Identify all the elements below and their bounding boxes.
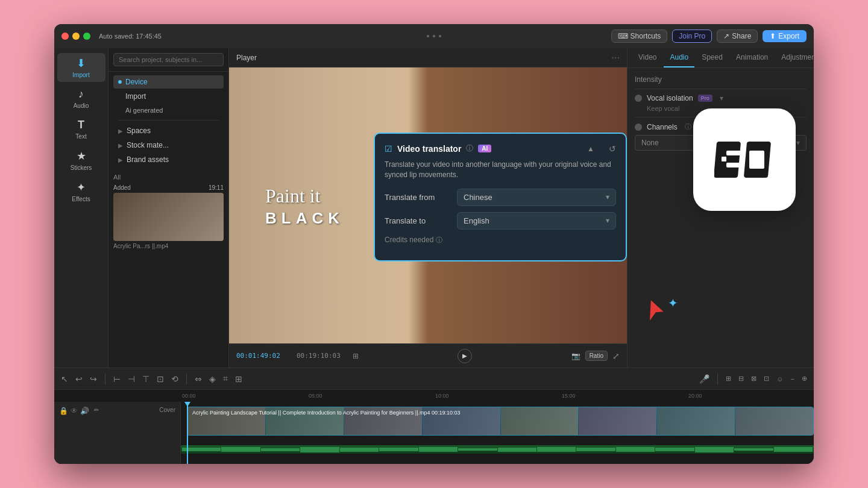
channels-check[interactable] (635, 124, 642, 131)
nav-item-spaces[interactable]: ▶ Spaces (113, 124, 224, 137)
vt-reset-button[interactable]: ↺ (609, 144, 616, 154)
sparkle-icon: ✦ (668, 296, 678, 310)
video-track-bar[interactable]: Acrylic Painting Landscape Tutorial || C… (187, 407, 814, 436)
crop-tool[interactable]: ⊡ (155, 372, 166, 386)
tab-video[interactable]: Video (632, 48, 662, 67)
split-tool[interactable]: ⊢ (112, 372, 122, 386)
nav-item-import[interactable]: Import (113, 90, 224, 103)
wbar (695, 447, 734, 452)
vt-check-icon[interactable]: ☑ (385, 144, 392, 154)
sidebar-item-stickers[interactable]: ★ Stickers (57, 146, 105, 175)
freeze-tool[interactable]: ◈ (207, 372, 218, 386)
ruler-mark-3: 15:00 (561, 393, 687, 399)
sidebar-item-effects[interactable]: ✦ Effects (57, 177, 105, 206)
vt-description: Translate your video into another langua… (385, 160, 616, 180)
minimize-button[interactable] (72, 33, 80, 40)
translate-from-select[interactable]: Chinese ▾ (457, 189, 616, 206)
time-current: 00:01:49:02 (236, 352, 280, 360)
ruler-mark-2: 10:00 (434, 393, 561, 399)
tool3[interactable]: ⊠ (749, 373, 758, 384)
translate-from-value: Chinese (464, 193, 492, 202)
audio-icon: ♪ (78, 88, 84, 101)
play-button[interactable]: ▶ (458, 349, 472, 363)
camera-icon[interactable]: 📷 (571, 352, 580, 360)
nav-item-brand[interactable]: ▶ Brand assets (113, 153, 224, 166)
tool4[interactable]: ⊡ (762, 373, 771, 384)
split-right-tool[interactable]: ⊣ (126, 372, 137, 386)
layout-icon[interactable]: ⊞ (353, 352, 359, 360)
playhead[interactable] (187, 402, 188, 464)
shortcuts-button[interactable]: ⌨ Shortcuts (611, 30, 668, 43)
player-menu-icon[interactable]: ⋯ (611, 53, 620, 63)
device-label: Device (125, 78, 148, 86)
brand-label: Brand assets (127, 155, 169, 164)
track-lock-icon[interactable]: 🔒 (59, 407, 68, 415)
vt-info-icon[interactable]: ⓘ (466, 143, 473, 154)
redo-tool[interactable]: ↪ (88, 372, 99, 386)
svg-marker-6 (646, 300, 665, 323)
section-check[interactable] (635, 95, 642, 102)
wbar (734, 448, 773, 451)
sidebar-item-audio[interactable]: ♪ Audio (57, 84, 105, 113)
translate-to-value: English (464, 216, 489, 225)
undo-tool[interactable]: ↩ (74, 372, 84, 386)
tool1[interactable]: ⊞ (724, 373, 733, 384)
left-sidebar: ⬇ Import ♪ Audio T Text ★ Stickers ✦ Eff… (54, 48, 108, 368)
right-tabs: Video Audio Speed Animation Adjustment » (627, 48, 814, 68)
tab-audio[interactable]: Audio (664, 48, 694, 67)
track-audio-icon[interactable]: 🔊 (80, 407, 89, 415)
track-visibility-icon[interactable]: 👁 (71, 407, 78, 415)
zoom-tool[interactable]: ⊕ (800, 373, 809, 384)
tab-speed[interactable]: Speed (696, 48, 729, 67)
nav-item-device[interactable]: Device (113, 75, 224, 89)
chevron-down-icon: ▾ (606, 193, 609, 201)
nav-item-stock[interactable]: ▶ Stock mate... (113, 139, 224, 152)
channels-info-icon[interactable]: ⓘ (685, 122, 691, 131)
expand-arrow: ▶ (118, 128, 123, 134)
ruler-mark-0: 00:00 (181, 393, 307, 399)
mic-tool[interactable]: 🎤 (697, 372, 711, 386)
select-tool[interactable]: ↖ (59, 372, 70, 386)
media-thumbnail[interactable] (113, 193, 224, 241)
channels-chevron: ▾ (796, 139, 800, 147)
trim-tool[interactable]: ⊤ (140, 372, 151, 386)
tab-adjustment[interactable]: Adjustment (775, 48, 814, 67)
nav-item-ai[interactable]: Ai generated (113, 104, 224, 116)
tool5[interactable]: ☺ (775, 374, 785, 384)
vt-expand-btn[interactable]: ▲ (587, 145, 594, 153)
flip-tool[interactable]: ⇔ (193, 372, 204, 386)
tool2[interactable]: ⊟ (737, 373, 746, 384)
search-input[interactable] (113, 53, 224, 66)
image-tool[interactable]: ⊞ (233, 372, 244, 386)
auto-save-label: Auto saved: 17:45:45 (99, 33, 162, 40)
transform-tool[interactable]: ⌗ (221, 372, 230, 386)
added-label: Added (113, 184, 131, 191)
capcut-icon (714, 136, 775, 184)
maximize-button[interactable] (83, 33, 90, 40)
translate-to-select[interactable]: English ▾ (457, 212, 616, 230)
close-button[interactable] (61, 33, 69, 40)
media-content: All Added 19:11 Acrylic Pa...rs ||.mp4 (108, 170, 228, 368)
ratio-button[interactable]: Ratio (585, 351, 608, 361)
track-content: Acrylic Painting Landscape Tutorial || C… (181, 402, 814, 464)
timeline-toolbar: ↖ ↩ ↪ ⊢ ⊣ ⊤ ⊡ ⟲ ⇔ ◈ ⌗ ⊞ 🎤 ⊞ ⊟ ⊠ ⊡ ☺ − ⊕ (54, 368, 814, 390)
video-track: Acrylic Painting Landscape Tutorial || C… (181, 407, 814, 443)
svg-rect-5 (722, 157, 726, 161)
tool6[interactable]: − (789, 374, 796, 384)
share-button[interactable]: ↗ Share (717, 30, 758, 43)
fullscreen-icon[interactable]: ⤢ (612, 351, 620, 361)
track-edit-icon[interactable]: ✏ (94, 407, 99, 413)
rotate-tool[interactable]: ⟲ (169, 372, 180, 386)
export-button[interactable]: ⬆ Export (763, 30, 807, 42)
section-header: Vocal isolation Pro ▾ (635, 94, 807, 102)
sidebar-item-text[interactable]: T Text (57, 115, 105, 143)
thumb-5 (501, 407, 579, 435)
dropdown-arrow[interactable]: ▾ (720, 94, 723, 102)
import-icon: ⬇ (77, 57, 86, 70)
join-pro-button[interactable]: Join Pro (672, 30, 712, 43)
audio-waveform (181, 445, 814, 454)
channels-value: None (641, 139, 659, 147)
sidebar-item-import[interactable]: ⬇ Import (57, 53, 105, 82)
credits-info-icon[interactable]: ⓘ (436, 236, 442, 245)
tab-animation[interactable]: Animation (730, 48, 774, 67)
